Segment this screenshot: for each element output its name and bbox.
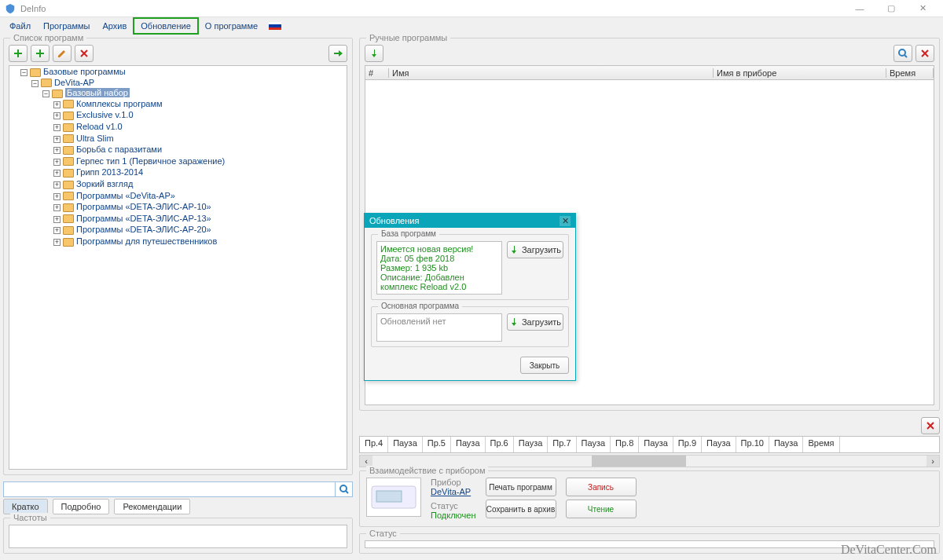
scroll-thumb[interactable] (592, 456, 686, 467)
tree-root[interactable]: Базовые программы (43, 67, 126, 76)
maximize-button[interactable]: ▢ (875, 0, 907, 17)
db-line1: Имеется новая версия! (380, 244, 498, 254)
tab-brief[interactable]: Кратко (3, 499, 48, 514)
db-line2: Дата: 05 фев 2018 (380, 254, 498, 263)
tree-item[interactable]: Программы «DeVita-AP» (76, 191, 175, 200)
send-right-button[interactable] (328, 45, 347, 62)
sched-col[interactable]: Время (803, 437, 839, 452)
language-flag-icon[interactable] (269, 22, 281, 30)
dialog-close-icon[interactable]: ✕ (560, 216, 571, 226)
tree-item[interactable]: Ultra Slim (76, 134, 114, 143)
search-button[interactable] (336, 481, 353, 497)
sched-col[interactable]: Пр.7 (548, 437, 576, 452)
left-pane: Список программ −Базовые программы −DeVi… (0, 35, 356, 560)
download-icon (509, 317, 519, 327)
dialog-close-button[interactable]: Закрыть (520, 357, 569, 374)
minimize-button[interactable]: — (844, 0, 875, 17)
edit-button[interactable] (53, 45, 72, 62)
tree-item[interactable]: Программы «DETA-ЭЛИС-АР-20» (76, 225, 211, 234)
search-row (3, 481, 353, 497)
device-interaction-box: Взаимодействие с прибором Прибор DeVita-… (359, 470, 940, 527)
menu-about[interactable]: О программе (199, 19, 264, 33)
col-devname[interactable]: Имя в приборе (714, 68, 886, 78)
find-device-button[interactable] (893, 45, 912, 62)
col-time[interactable]: Время (886, 68, 934, 78)
tree-item[interactable]: Reload v1.0 (76, 122, 123, 131)
write-button[interactable]: Запись (566, 478, 637, 496)
sched-col[interactable]: Пауза (388, 437, 423, 452)
menu-archive[interactable]: Архив (96, 19, 133, 33)
device-info: Прибор DeVita-AP Статус Подключен (431, 478, 476, 520)
interaction-title: Взаимодействие с прибором (366, 466, 488, 475)
tree-item[interactable]: Борьба с паразитами (76, 145, 162, 154)
sched-col[interactable]: Пауза (514, 437, 549, 452)
app-download-button[interactable]: Загрузить (507, 313, 563, 331)
print-button[interactable]: Печать программ (486, 478, 556, 496)
frequencies-box: Частоты (3, 518, 353, 554)
import-button[interactable] (365, 45, 383, 62)
programs-list-title: Список программ (10, 33, 86, 42)
dialog-title: Обновления (369, 216, 419, 225)
close-window-button[interactable]: ✕ (907, 0, 938, 17)
sched-col[interactable]: Пауза (639, 437, 673, 452)
sched-col[interactable]: Пауза (577, 437, 611, 452)
status-label: Статус (431, 501, 476, 511)
tree-item[interactable]: Программы «DETA-ЭЛИС-АР-13» (76, 214, 211, 223)
tree-basic-set[interactable]: Базовый набор (65, 88, 130, 97)
svg-rect-3 (376, 491, 402, 502)
add-folder-button[interactable] (31, 45, 50, 62)
db-line4: Описание: Добавлен комплекс Reload v2.0 (380, 273, 498, 291)
read-button[interactable]: Чтение (566, 500, 637, 518)
sched-col[interactable]: Пауза (769, 437, 804, 452)
sched-col[interactable]: Пауза (702, 437, 736, 452)
watermark: DeVitaCenter.Com (841, 543, 937, 557)
sched-col[interactable]: Пр.6 (486, 437, 514, 452)
db-group-title: База программ (378, 229, 439, 238)
window-title: DeInfo (20, 4, 844, 13)
right-toolbar (365, 45, 934, 62)
app-line1: Обновлений нет (380, 317, 498, 326)
tree-complexes[interactable]: Комплексы программ (76, 99, 163, 108)
tree-item[interactable]: Программы «DETA-ЭЛИС-АР-10» (76, 202, 211, 211)
tab-rec[interactable]: Рекомендации (114, 499, 190, 514)
sched-col[interactable]: Пр.10 (736, 437, 769, 452)
app-update-group: Основная программа Обновлений нет Загруз… (371, 306, 569, 347)
tree-item[interactable]: Грипп 2013-2014 (76, 167, 143, 177)
update-dialog: Обновления ✕ База программ Имеется новая… (364, 213, 576, 381)
clear-button[interactable] (915, 45, 934, 62)
programs-tree[interactable]: −Базовые программы −DeVita-AP −Базовый н… (9, 65, 347, 470)
app-group-title: Основная программа (378, 302, 462, 310)
app-icon (5, 3, 16, 14)
tree-device[interactable]: DeVita-AP (54, 78, 94, 87)
tree-item[interactable]: Программы для путешественников (76, 236, 217, 246)
sched-col[interactable]: Пауза (451, 437, 486, 452)
device-name-link[interactable]: DeVita-AP (431, 487, 471, 496)
col-name[interactable]: Имя (389, 68, 714, 78)
menu-file[interactable]: Файл (3, 19, 37, 33)
save-archive-button[interactable]: Сохранить в архив (486, 500, 556, 518)
sched-col[interactable]: Пр.4 (360, 437, 388, 452)
add-button[interactable] (9, 45, 28, 62)
schedule-grid[interactable]: Пр.4 Пауза Пр.5 Пауза Пр.6 Пауза Пр.7 Па… (359, 436, 940, 453)
sched-col[interactable]: Пр.5 (423, 437, 451, 452)
search-input[interactable] (3, 481, 336, 497)
tree-item[interactable]: Exclusive v.1.0 (76, 110, 134, 119)
tree-item[interactable]: Зоркий взгляд (76, 179, 133, 188)
col-num[interactable]: # (365, 68, 389, 78)
menu-programs[interactable]: Программы (37, 19, 96, 33)
frequencies-content (9, 525, 347, 548)
scroll-left-icon[interactable]: ‹ (360, 456, 372, 467)
delete-button[interactable] (75, 45, 94, 62)
status-title: Статус (366, 529, 400, 538)
db-download-button[interactable]: Загрузить (507, 241, 563, 258)
scroll-right-icon[interactable]: › (926, 456, 939, 467)
tree-item[interactable]: Герпес тип 1 (Первичное заражение) (76, 156, 225, 166)
grid-header: # Имя Имя в приборе Время (365, 66, 934, 80)
sched-col[interactable]: Пр.9 (673, 437, 702, 452)
menu-update[interactable]: Обновление (133, 17, 199, 35)
sched-col[interactable]: Пр.8 (611, 437, 639, 452)
svg-point-1 (899, 49, 905, 56)
schedule-delete-button[interactable] (921, 417, 940, 434)
dialog-titlebar[interactable]: Обновления ✕ (365, 214, 575, 228)
tab-detail[interactable]: Подробно (53, 499, 110, 514)
